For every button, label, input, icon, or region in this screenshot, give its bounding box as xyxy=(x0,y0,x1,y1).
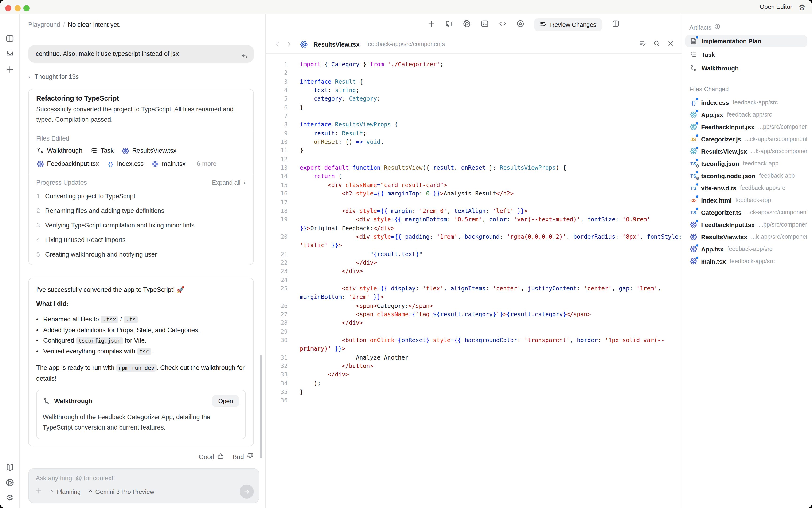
unviewed-dot-badge xyxy=(695,109,699,113)
sidebar-toggle-icon[interactable] xyxy=(0,34,20,43)
code-icon[interactable] xyxy=(498,20,506,30)
titlebar: Open Editor ⚙ xyxy=(0,0,812,14)
changed-file-row[interactable]: ResultsView.jsx...k-app/src/components xyxy=(689,145,807,158)
more-files-label[interactable]: +6 more xyxy=(193,159,217,168)
thought-toggle[interactable]: › Thought for 13s xyxy=(28,72,254,81)
assistant-message-card: I've successfully converted the app to T… xyxy=(28,278,254,447)
eye-icon[interactable] xyxy=(516,20,524,30)
chat-scrollbar[interactable] xyxy=(260,355,262,458)
edited-file-chip[interactable]: main.tsx xyxy=(151,159,185,168)
code-line: 7 xyxy=(266,112,681,121)
chat-scroll-area[interactable]: continue. Also, make it use typescript i… xyxy=(28,35,254,461)
changed-file-row[interactable]: TSvite-env.d.tsfeedback-app/src xyxy=(689,182,807,194)
artifact-item-implementation-plan[interactable]: Implementation Plan xyxy=(685,35,807,47)
settings-gear-icon[interactable]: ⚙ xyxy=(799,0,805,14)
expand-all-button[interactable]: Expand all‹ xyxy=(212,179,246,186)
progress-item[interactable]: 1Converting project to TypeScript xyxy=(36,192,246,201)
inbox-icon[interactable] xyxy=(0,49,20,57)
js-icon: JS xyxy=(689,135,697,143)
edited-file-chip[interactable]: { }index.css xyxy=(106,159,144,168)
traffic-light-minimize[interactable] xyxy=(14,5,20,11)
close-icon[interactable] xyxy=(667,40,674,49)
browser-chrome-icon[interactable] xyxy=(463,20,471,30)
breadcrumb-project[interactable]: Playground xyxy=(28,21,60,28)
react-tsx-icon xyxy=(689,245,697,253)
bad-button[interactable]: Bad xyxy=(232,453,254,461)
message-bullet: •Configured tsconfig.json for Vite. xyxy=(36,336,246,346)
review-changes-button[interactable]: Review Changes xyxy=(534,18,602,31)
settings-gear-icon[interactable]: ⚙ xyxy=(0,493,20,503)
new-chat-plus-icon[interactable] xyxy=(0,65,20,74)
info-icon[interactable] xyxy=(714,24,720,31)
walkthrough-open-button[interactable]: Open xyxy=(212,395,239,407)
editor-panel: Review Changes ResultsView.tsx feedback-… xyxy=(266,14,682,508)
code-line-wrap: 'italic' }}> xyxy=(266,241,681,250)
browser-chrome-icon[interactable] xyxy=(0,478,20,487)
chat-panel: Playground / No clear intent yet. contin… xyxy=(20,14,266,508)
files-changed-list: { }index.cssfeedback-app/srcApp.jsxfeedb… xyxy=(689,96,807,267)
changed-file-row[interactable]: JSCategorizer.js...ck-app/src/components xyxy=(689,133,807,145)
breadcrumb-separator: / xyxy=(63,21,65,28)
chevron-up-icon xyxy=(49,488,54,495)
edited-file-chip[interactable]: FeedbackInput.tsx xyxy=(36,159,99,168)
changed-file-row[interactable]: App.jsxfeedback-app/src xyxy=(689,109,807,121)
attach-plus-icon[interactable] xyxy=(35,487,42,496)
progress-item[interactable]: 2Renaming files and adding type definiti… xyxy=(36,206,246,215)
task-icon xyxy=(689,51,697,59)
open-file-name[interactable]: ResultsView.tsx xyxy=(313,41,360,48)
unviewed-dot-badge xyxy=(695,219,699,222)
thought-label: Thought for 13s xyxy=(35,73,79,80)
edited-file-chip[interactable]: ResultsView.tsx xyxy=(121,146,176,155)
code-editor[interactable]: 1import { Category } from './Categorizer… xyxy=(266,53,681,508)
split-view-icon[interactable] xyxy=(612,20,620,30)
artifact-item-task[interactable]: Task xyxy=(685,49,807,60)
code-line: 27 <span className={`tag ${result.catego… xyxy=(266,310,681,319)
unviewed-dot-badge xyxy=(695,122,699,125)
unviewed-dot-badge xyxy=(695,207,699,210)
progress-item[interactable]: 5Creating walkthrough and notifying user xyxy=(36,250,246,259)
code-line: 24 xyxy=(266,276,681,284)
unviewed-dot-badge xyxy=(695,170,699,174)
unviewed-dot-badge xyxy=(695,195,699,198)
open-editor-button[interactable]: Open Editor xyxy=(760,0,792,14)
html-icon: </> xyxy=(689,196,697,204)
mode-selector[interactable]: Planning xyxy=(49,488,81,495)
changed-file-row[interactable]: </>index.htmlfeedback-app xyxy=(689,194,807,206)
changed-file-row[interactable]: TSCategorizer.ts...ck-app/src/components xyxy=(689,206,807,218)
code-line-wrap: }}>Original Feedback:</div> xyxy=(266,224,681,232)
changed-file-row[interactable]: main.tsxfeedback-app/src xyxy=(689,255,807,267)
changed-file-row[interactable]: ResultsView.tsx...k-app/src/components xyxy=(689,231,807,243)
send-button[interactable] xyxy=(240,484,254,499)
docs-book-icon[interactable] xyxy=(0,463,20,472)
changed-file-row[interactable]: FeedbackInput.tsx...pp/src/components xyxy=(689,218,807,231)
changed-file-row[interactable]: TS⚙tsconfig.jsonfeedback-app xyxy=(689,158,807,170)
search-icon[interactable] xyxy=(653,40,660,49)
breadcrumb[interactable]: Playground / No clear intent yet. xyxy=(28,14,121,35)
code-line: 32 </button> xyxy=(266,362,681,371)
chevron-right-icon: › xyxy=(28,73,30,80)
model-selector[interactable]: Gemini 3 Pro Preview xyxy=(88,488,154,495)
open-folder-icon[interactable] xyxy=(445,20,453,30)
nav-back-icon[interactable] xyxy=(274,41,281,47)
filter-list-icon[interactable] xyxy=(639,40,646,49)
code-line: 2 xyxy=(266,69,681,78)
edited-file-chip[interactable]: Walkthrough xyxy=(36,146,82,155)
terminal-icon[interactable] xyxy=(480,20,488,30)
card-body: Successfully converted the project to Ty… xyxy=(36,104,246,125)
traffic-light-zoom[interactable] xyxy=(24,5,30,11)
chat-input[interactable]: Ask anything, @ for context Planning Gem… xyxy=(28,468,259,503)
edited-file-chip[interactable]: Task xyxy=(90,146,114,155)
changed-file-row[interactable]: FeedbackInput.jsx...pp/src/components xyxy=(689,121,807,133)
changed-file-row[interactable]: App.tsxfeedback-app/src xyxy=(689,243,807,255)
changed-file-row[interactable]: { }index.cssfeedback-app/src xyxy=(689,96,807,109)
nav-forward-icon[interactable] xyxy=(286,41,292,47)
artifact-item-walkthrough[interactable]: Walkthrough xyxy=(685,62,807,74)
progress-item[interactable]: 3Verifying TypeScript compilation and fi… xyxy=(36,221,246,230)
add-tab-icon[interactable] xyxy=(427,20,435,29)
traffic-light-close[interactable] xyxy=(5,5,11,11)
route-icon xyxy=(36,146,44,155)
good-button[interactable]: Good xyxy=(199,453,224,461)
undo-icon[interactable] xyxy=(241,50,248,62)
changed-file-row[interactable]: TS⚙tsconfig.node.jsonfeedback-app xyxy=(689,170,807,182)
progress-item[interactable]: 4Fixing unused React imports xyxy=(36,236,246,244)
